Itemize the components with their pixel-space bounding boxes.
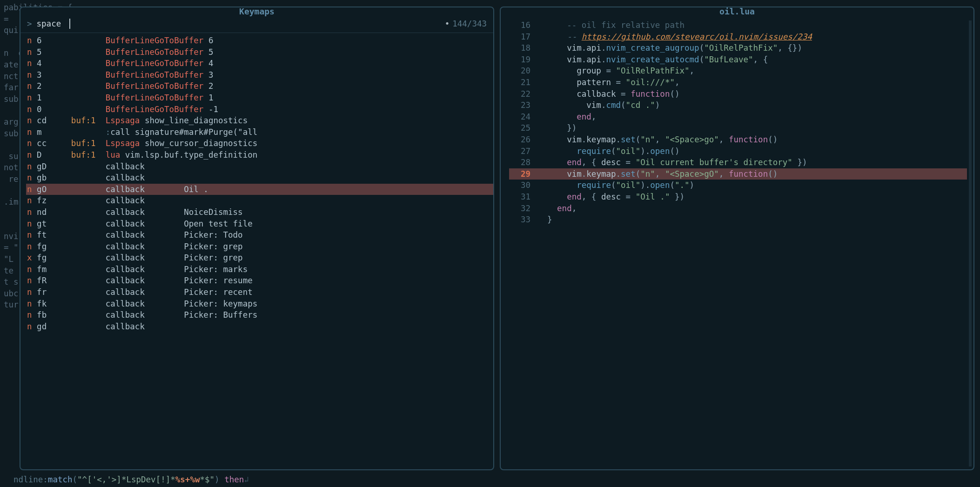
code-line: 20 group = "OilRelPathFix",: [509, 65, 967, 77]
code-line: 29 vim.keymap.set("n", "<Space>gO", func…: [509, 168, 967, 180]
search-row: > •144/343: [20, 17, 493, 33]
count-dot-icon: •: [445, 19, 450, 28]
result-row[interactable]: n 4 BufferLineGoToBuffer 4: [26, 58, 493, 69]
frag: *$": [200, 475, 215, 484]
result-row[interactable]: n gO callback Oil .: [26, 184, 493, 195]
code-line: 27 require("oil").open(): [509, 146, 967, 157]
result-row[interactable]: n 5 BufferLineGoToBuffer 5: [26, 47, 493, 58]
frag: match: [48, 475, 73, 484]
result-row[interactable]: n fm callback Picker: marks: [26, 264, 493, 275]
result-row[interactable]: n gb callback: [26, 172, 493, 184]
code-line: 25 }): [509, 122, 967, 134]
result-row[interactable]: n 6 BufferLineGoToBuffer 6: [26, 35, 493, 47]
result-row[interactable]: n fg callback Picker: grep: [26, 241, 493, 253]
keymaps-title: Keymaps: [235, 7, 279, 16]
frag: "^['<,'>]*LspDev[!]*: [77, 475, 175, 484]
prompt-chevron-icon: >: [27, 19, 32, 28]
search-count: •144/343: [445, 19, 487, 28]
scrollbar[interactable]: [969, 20, 972, 467]
code-line: 18 vim.api.nvim_create_augroup("OilRelPa…: [509, 42, 967, 54]
code-line: 23 vim.cmd("cd ."): [509, 100, 967, 111]
frag: (: [73, 475, 78, 484]
result-row[interactable]: n fb callback Picker: Buffers: [26, 309, 493, 321]
search-input[interactable]: [37, 19, 69, 28]
result-row[interactable]: x fg callback Picker: grep: [26, 252, 493, 264]
bottom-code-line: ndline:match("^['<,'>]*LspDev[!]*%s+%w*$…: [4, 466, 249, 484]
result-row[interactable]: n cc buf:1 Lspsaga show_cursor_diagnosti…: [26, 138, 493, 149]
result-row[interactable]: n fr callback Picker: recent: [26, 287, 493, 298]
code-line: 17 -- https://github.com/stevearc/oil.nv…: [509, 31, 967, 43]
code-line: 19 vim.api.nvim_create_autocmd("BufLeave…: [509, 54, 967, 66]
text-cursor: [69, 19, 70, 29]
result-row[interactable]: n nd callback NoiceDismiss: [26, 207, 493, 218]
code-line: 24 end,: [509, 111, 967, 123]
code-body[interactable]: 16 -- oil fix relative path17 -- https:/…: [501, 7, 973, 230]
result-row[interactable]: n gd callback: [26, 321, 493, 333]
result-row[interactable]: n m :call signature#mark#Purge("all: [26, 127, 493, 138]
code-line: 32 end,: [509, 203, 967, 214]
result-row[interactable]: n 3 BufferLineGoToBuffer 3: [26, 69, 493, 81]
preview-title: oil.lua: [715, 7, 759, 16]
preview-panel: oil.lua 16 -- oil fix relative path17 --…: [500, 7, 974, 470]
code-line: 21 pattern = "oil:///*",: [509, 77, 967, 88]
result-row[interactable]: n gD callback: [26, 161, 493, 173]
code-line: 28 end, { desc = "Oil current buffer's d…: [509, 157, 967, 168]
keymaps-panel: Keymaps > •144/343 n 6 BufferLineGoToBuf…: [20, 7, 494, 470]
result-row[interactable]: n fz callback: [26, 195, 493, 207]
result-row[interactable]: n 2 BufferLineGoToBuffer 2: [26, 80, 493, 92]
result-row[interactable]: n cd buf:1 Lspsaga show_line_diagnostics: [26, 115, 493, 127]
result-row[interactable]: n fk callback Picker: keymaps: [26, 298, 493, 310]
code-line: 33}: [509, 214, 967, 226]
frag: ndline:: [13, 475, 48, 484]
return-icon: ↲: [244, 475, 249, 484]
result-row[interactable]: n gt callback Open test file: [26, 218, 493, 230]
results-list[interactable]: n 6 BufferLineGoToBuffer 6n 5 BufferLine…: [20, 33, 493, 335]
code-line: 31 end, { desc = "Oil ." }): [509, 191, 967, 203]
code-line: 16 -- oil fix relative path: [509, 20, 967, 31]
code-line: 22 callback = function(): [509, 88, 967, 100]
result-row[interactable]: n 0 BufferLineGoToBuffer -1: [26, 104, 493, 115]
frag: then: [224, 475, 244, 484]
result-row[interactable]: n D buf:1 lua vim.lsp.buf.type_definitio…: [26, 149, 493, 161]
result-row[interactable]: n fR callback Picker: resume: [26, 275, 493, 287]
frag: %s+%w: [175, 475, 200, 484]
frag: ): [215, 475, 224, 484]
code-line: 26 vim.keymap.set("n", "<Space>go", func…: [509, 134, 967, 146]
code-line: 30 require("oil").open("."): [509, 180, 967, 191]
result-row[interactable]: n 1 BufferLineGoToBuffer 1: [26, 92, 493, 104]
count-text: 144/343: [452, 19, 487, 28]
result-row[interactable]: n ft callback Picker: Todo: [26, 229, 493, 241]
